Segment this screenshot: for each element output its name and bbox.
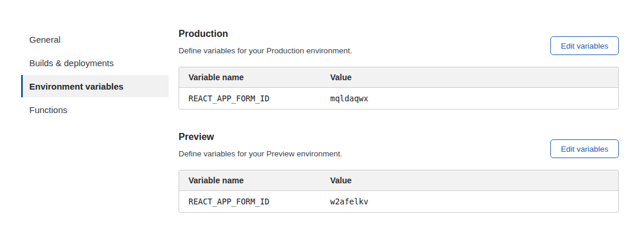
column-header-variable-name: Variable name [179, 170, 321, 191]
production-section-text: Production Define variables for your Pro… [179, 29, 352, 55]
preview-section-header: Preview Define variables for your Previe… [179, 132, 619, 158]
preview-variables-table: Variable name Value REACT_APP_FORM_ID w2… [179, 170, 619, 213]
section-title: Production [179, 29, 352, 39]
column-header-value: Value [321, 170, 618, 191]
column-header-variable-name: Variable name [179, 67, 321, 88]
production-variables-table: Variable name Value REACT_APP_FORM_ID mq… [179, 67, 619, 110]
section-description: Define variables for your Production env… [179, 46, 352, 55]
preview-section-text: Preview Define variables for your Previe… [179, 132, 342, 158]
table-row: REACT_APP_FORM_ID mqldaqwx [179, 88, 618, 110]
section-description: Define variables for your Preview enviro… [179, 149, 342, 158]
sidebar-item-label: Functions [29, 105, 67, 115]
section-title: Preview [179, 132, 342, 142]
variable-name-cell: REACT_APP_FORM_ID [179, 88, 321, 110]
main-content: Production Define variables for your Pro… [179, 29, 619, 235]
production-section-header: Production Define variables for your Pro… [179, 29, 619, 55]
table-header-row: Variable name Value [179, 170, 618, 191]
environment-variables-settings-page: General Builds & deployments Environment… [0, 0, 644, 246]
table-header-row: Variable name Value [179, 67, 618, 88]
sidebar-item-functions[interactable]: Functions [21, 98, 169, 121]
table-row: REACT_APP_FORM_ID w2afelkv [179, 191, 618, 213]
sidebar-item-general[interactable]: General [21, 28, 169, 50]
preview-section: Preview Define variables for your Previe… [179, 132, 619, 213]
production-section: Production Define variables for your Pro… [179, 29, 619, 110]
settings-sidebar: General Builds & deployments Environment… [21, 28, 169, 122]
edit-variables-button-preview[interactable]: Edit variables [550, 139, 619, 158]
edit-variables-button-production[interactable]: Edit variables [550, 36, 619, 55]
sidebar-item-label: Builds & deployments [29, 58, 114, 68]
variable-name-cell: REACT_APP_FORM_ID [179, 191, 321, 213]
sidebar-item-builds-deployments[interactable]: Builds & deployments [21, 52, 169, 74]
sidebar-item-label: Environment variables [29, 81, 124, 91]
variable-value-cell: mqldaqwx [321, 88, 618, 110]
sidebar-item-environment-variables[interactable]: Environment variables [21, 75, 169, 97]
sidebar-item-label: General [29, 35, 60, 45]
variable-value-cell: w2afelkv [321, 191, 618, 213]
column-header-value: Value [321, 67, 618, 88]
